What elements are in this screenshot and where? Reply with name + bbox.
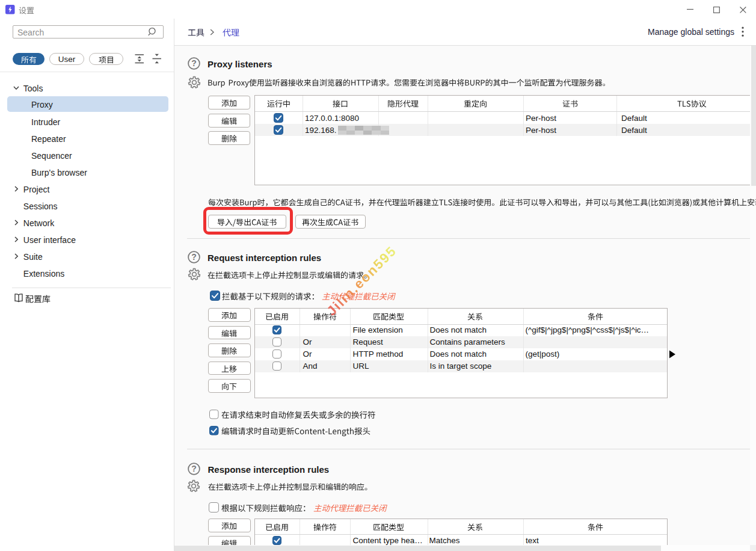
svg-text:?: ?	[191, 58, 197, 68]
svg-text:?: ?	[192, 464, 197, 473]
svg-text:?: ?	[191, 252, 197, 262]
